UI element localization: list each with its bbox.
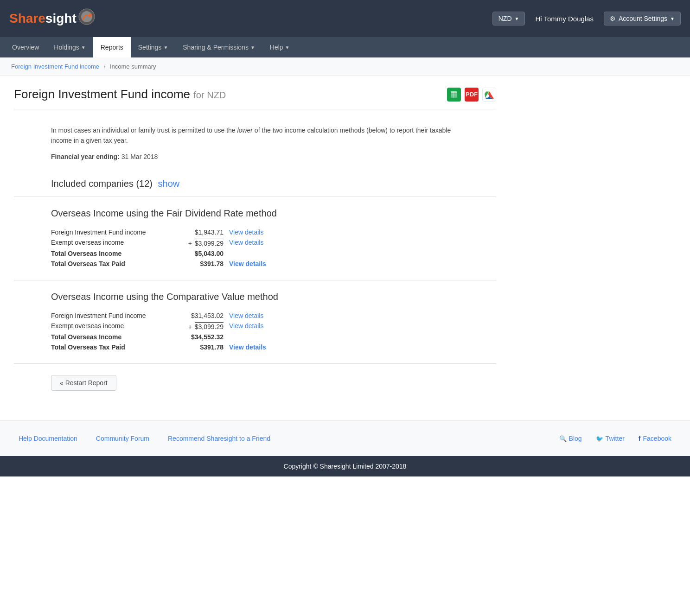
breadcrumb-link[interactable]: Foreign Investment Fund income xyxy=(11,63,99,70)
fdr-row1-details-link[interactable]: View details xyxy=(229,229,263,236)
cv-row2-value: + $3,099.29 xyxy=(162,321,227,332)
fdr-row4-label: Total Overseas Tax Paid xyxy=(51,259,162,269)
twitter-icon: 🐦 xyxy=(596,435,603,442)
cv-row2-details-link[interactable]: View details xyxy=(229,322,263,330)
comparative-value-section: Overseas Income using the Comparative Va… xyxy=(14,280,496,363)
included-companies: Included companies (12) show xyxy=(14,178,496,189)
main-content: Foreign Investment Fund income for NZD P… xyxy=(0,76,510,420)
nav-holdings[interactable]: Holdings xyxy=(46,37,93,57)
description-text: In most cases an individual or family tr… xyxy=(51,125,459,146)
fdr-row2-label: Exempt overseas income xyxy=(51,237,162,248)
fdr-row2-value: + $3,099.29 xyxy=(162,237,227,248)
drive-icon xyxy=(484,90,494,99)
footer-twitter-link[interactable]: 🐦 Twitter xyxy=(596,435,625,442)
cv-row3-value: $34,552.32 xyxy=(162,332,227,342)
account-settings-button[interactable]: ⚙ Account Settings xyxy=(604,12,681,25)
table-row-total-tax-cv: Total Overseas Tax Paid $391.78 View det… xyxy=(51,342,459,352)
cv-row1-details-link[interactable]: View details xyxy=(229,312,263,319)
cv-row2-link[interactable]: View details xyxy=(227,321,459,332)
footer-copyright: Copyright © Sharesight Limited 2007-2018 xyxy=(0,456,690,476)
header-greeting: Hi Tommy Douglas xyxy=(530,12,599,25)
breadcrumb-current: Income summary xyxy=(110,63,156,70)
fdr-row2-link[interactable]: View details xyxy=(227,237,459,248)
footer-recommend-link[interactable]: Recommend Sharesight to a Friend xyxy=(168,435,270,442)
export-icons: PDF xyxy=(447,88,496,102)
table-row: Foreign Investment Fund income $31,453.0… xyxy=(51,311,459,321)
fdr-row3-value: $5,043.00 xyxy=(162,248,227,259)
footer-links: Help Documentation Community Forum Recom… xyxy=(0,420,690,456)
table-row: Exempt overseas income + $3,099.29 View … xyxy=(51,237,459,248)
fair-dividend-title: Overseas Income using the Fair Dividend … xyxy=(51,208,459,219)
fdr-row1-label: Foreign Investment Fund income xyxy=(51,227,162,237)
cv-row4-label: Total Overseas Tax Paid xyxy=(51,342,162,352)
facebook-icon: f xyxy=(639,435,641,442)
fair-dividend-table: Foreign Investment Fund income $1,943.71… xyxy=(51,227,459,269)
export-drive-button[interactable] xyxy=(482,88,496,102)
logo-share: Share xyxy=(9,11,45,25)
restart-section: « Restart Report xyxy=(14,363,496,409)
main-nav: Overview Holdings Reports Settings Shari… xyxy=(0,37,690,57)
breadcrumb: Foreign Investment Fund income / Income … xyxy=(0,57,690,76)
nav-settings[interactable]: Settings xyxy=(131,37,176,57)
cv-row4-details-link[interactable]: View details xyxy=(229,343,266,351)
footer-links-left: Help Documentation Community Forum Recom… xyxy=(19,435,270,442)
fdr-row1-link[interactable]: View details xyxy=(227,227,459,237)
footer-blog-link[interactable]: 🔍 Blog xyxy=(559,435,582,442)
cv-row1-label: Foreign Investment Fund income xyxy=(51,311,162,321)
cv-row1-link[interactable]: View details xyxy=(227,311,459,321)
financial-year: Financial year ending: 31 Mar 2018 xyxy=(51,152,459,162)
fdr-row4-details-link[interactable]: View details xyxy=(229,260,266,267)
nav-reports[interactable]: Reports xyxy=(93,37,131,57)
nav-help[interactable]: Help xyxy=(262,37,297,57)
logo-icon xyxy=(78,8,95,25)
comparative-value-title: Overseas Income using the Comparative Va… xyxy=(51,292,459,302)
page-title: Foreign Investment Fund income for NZD xyxy=(14,87,226,102)
pdf-icon: PDF xyxy=(466,91,478,98)
comparative-value-table: Foreign Investment Fund income $31,453.0… xyxy=(51,311,459,352)
svg-rect-4 xyxy=(451,91,457,93)
table-row: Foreign Investment Fund income $1,943.71… xyxy=(51,227,459,237)
cv-row4-link[interactable]: View details xyxy=(227,342,459,352)
cv-row2-label: Exempt overseas income xyxy=(51,321,162,332)
breadcrumb-separator: / xyxy=(104,63,106,70)
footer-links-right: 🔍 Blog 🐦 Twitter f Facebook xyxy=(559,435,671,442)
cv-row4-value: $391.78 xyxy=(162,342,227,352)
fdr-row4-link[interactable]: View details xyxy=(227,259,459,269)
table-row-total-income: Total Overseas Income $5,043.00 xyxy=(51,248,459,259)
logo-sight: sight xyxy=(45,11,77,25)
footer-facebook-link[interactable]: f Facebook xyxy=(639,435,671,442)
header-right: NZD Hi Tommy Douglas ⚙ Account Settings xyxy=(492,12,681,25)
fdr-row4-value: $391.78 xyxy=(162,259,227,269)
cv-row3-label: Total Overseas Income xyxy=(51,332,162,342)
svg-point-2 xyxy=(89,13,92,16)
page-title-row: Foreign Investment Fund income for NZD P… xyxy=(14,87,496,109)
footer-community-forum-link[interactable]: Community Forum xyxy=(96,435,149,442)
fair-dividend-section: Overseas Income using the Fair Dividend … xyxy=(14,197,496,280)
sheets-icon xyxy=(450,90,458,99)
nav-overview[interactable]: Overview xyxy=(5,37,46,57)
gear-icon: ⚙ xyxy=(610,15,616,22)
description-block: In most cases an individual or family tr… xyxy=(14,121,496,178)
logo: Sharesight xyxy=(9,10,95,27)
cv-row1-value: $31,453.02 xyxy=(162,311,227,321)
footer-help-docs-link[interactable]: Help Documentation xyxy=(19,435,77,442)
restart-report-button[interactable]: « Restart Report xyxy=(51,375,116,391)
table-row: Exempt overseas income + $3,099.29 View … xyxy=(51,321,459,332)
nav-sharing-permissions[interactable]: Sharing & Permissions xyxy=(175,37,262,57)
export-pdf-button[interactable]: PDF xyxy=(465,88,479,102)
currency-selector[interactable]: NZD xyxy=(492,12,525,25)
page-title-currency: for NZD xyxy=(193,90,226,100)
header: Sharesight NZD Hi Tommy Douglas ⚙ Accoun… xyxy=(0,0,690,37)
search-icon: 🔍 xyxy=(559,435,567,442)
export-sheets-button[interactable] xyxy=(447,88,461,102)
table-row-total-tax: Total Overseas Tax Paid $391.78 View det… xyxy=(51,259,459,269)
fdr-row1-value: $1,943.71 xyxy=(162,227,227,237)
table-row-total-income-cv: Total Overseas Income $34,552.32 xyxy=(51,332,459,342)
fdr-row3-label: Total Overseas Income xyxy=(51,248,162,259)
show-companies-link[interactable]: show xyxy=(158,178,180,189)
fdr-row2-details-link[interactable]: View details xyxy=(229,239,263,246)
